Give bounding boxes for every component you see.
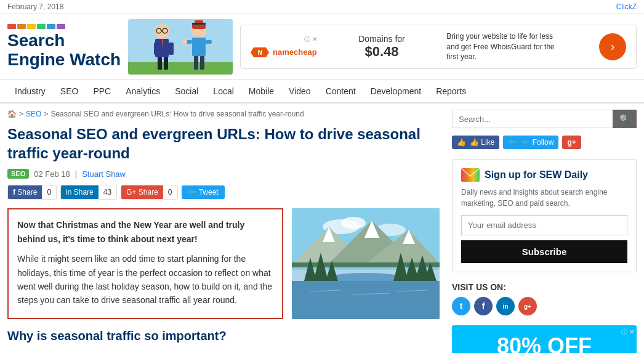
ad-cta-button[interactable]: › [599,33,626,60]
color-bar-item [27,24,36,29]
nav-item-analytics[interactable]: Analytics [118,80,167,102]
nav-item-seo[interactable]: SEO [53,80,86,102]
article-image-svg [292,208,440,319]
nav-item-ppc[interactable]: PPC [86,80,118,102]
gplus-follow-button[interactable]: g+ [562,136,581,149]
search-input[interactable] [452,110,613,128]
meta-separator: | [75,169,77,179]
color-bar-item [7,24,16,29]
visit-us: VISIT US ON: t f in g+ [452,282,637,315]
nav-item-mobile[interactable]: Mobile [241,80,281,102]
svg-point-27 [341,217,366,229]
clickz-link[interactable]: ClickZ [616,2,637,11]
linkedin-share-count: 43 [99,185,116,199]
ad-banner: ⓘ ✕ N namecheap Domains for $0.48 Bring … [240,25,637,69]
linkedin-share-button[interactable]: in Share 43 [60,185,117,200]
article-body-para: While it might seem like an odd time to … [17,252,273,307]
facebook-icon-button[interactable]: f [474,297,493,315]
header-illustration [128,19,233,75]
ad-description: Bring your website to life for less and … [446,31,557,62]
svg-rect-35 [292,262,440,267]
article-body: Now that Christmas and the New Year are … [7,208,440,319]
sidebar-ad-label: ⓘ ✕ [621,328,634,336]
svg-text:N: N [257,49,262,56]
nav-item-social[interactable]: Social [167,80,206,102]
nav-item-reports[interactable]: Reports [429,80,473,102]
gplus-share-label: G+ Share [121,185,163,199]
breadcrumb-current: Seasonal SEO and evergreen URLs: How to … [50,110,304,118]
color-bar-item [57,24,65,29]
newsletter-title: Sign up for SEW Daily [461,168,627,182]
subscribe-button[interactable]: Subscribe [461,240,627,263]
search-button[interactable]: 🔍 [613,110,637,128]
nav-item-video[interactable]: Video [281,80,318,102]
logo-area: Search Engine Watch [7,24,121,70]
tweet-label: Tweet [199,188,219,197]
svg-rect-20 [194,56,198,70]
color-bar [7,24,121,29]
article-body-bold: Now that Christmas and the New Year are … [17,218,273,246]
gplus-icon-button[interactable]: g+ [518,297,537,315]
svg-rect-4 [154,43,159,55]
nav-item-industry[interactable]: Industry [7,80,53,102]
tweet-button[interactable]: 🐦 Tweet [182,185,225,199]
breadcrumb: 🏠 > SEO > Seasonal SEO and evergreen URL… [7,110,440,118]
ad-price-line1: Domains for [358,34,405,44]
breadcrumb-sep1: > [19,110,23,118]
svg-rect-1 [128,62,233,75]
newsletter-description: Daily news and insights about search eng… [461,187,627,209]
main-nav: Industry SEO PPC Analytics Social Local … [0,80,644,103]
svg-rect-11 [164,57,168,70]
linkedin-share-label: in Share [61,185,99,199]
sidebar: 🔍 👍 👍 Like 🐦 🐦 Follow g+ [452,110,637,353]
facebook-share-button[interactable]: f Share 0 [7,185,57,200]
color-bar-item [37,24,46,29]
ad-price: Domains for $0.48 [358,34,405,60]
facebook-share-label: f Share [8,185,42,199]
twitter-follow-button[interactable]: 🐦 🐦 Follow [503,136,558,149]
gplus-share-count: 0 [163,185,177,199]
linkedin-icon-button[interactable]: in [496,297,515,315]
seo-badge[interactable]: SEO [7,169,29,179]
illustration-svg [128,19,233,75]
email-input[interactable] [461,215,627,235]
main-layout: 🏠 > SEO > Seasonal SEO and evergreen URL… [0,103,644,353]
sidebar-ad: ⓘ ✕ 80% OFF DEDICATED [452,325,637,353]
article-meta: SEO 02 Feb 18 | Stuart Shaw [7,169,440,179]
section-heading: Why is seasonal traffic so important? [7,329,440,343]
article-title: Seasonal SEO and evergreen URLs: How to … [7,124,440,163]
article-text-box: Now that Christmas and the New Year are … [7,208,283,319]
nav-item-content[interactable]: Content [318,80,363,102]
content-area: 🏠 > SEO > Seasonal SEO and evergreen URL… [7,110,452,353]
ad-info-top: ⓘ ✕ [304,35,317,44]
color-bar-item [47,24,55,29]
article-author[interactable]: Stuart Shaw [82,169,126,179]
envelope-icon [461,168,480,182]
ad-price-line2: $0.48 [358,44,405,60]
social-follow-bar: 👍 👍 Like 🐦 🐦 Follow g+ [452,136,637,149]
article-image [292,208,440,319]
header: Search Engine Watch [0,14,644,80]
top-bar: February 7, 2018 ClickZ [0,0,644,14]
logo-title: Search [7,31,121,51]
svg-rect-21 [200,56,204,70]
breadcrumb-home[interactable]: 🏠 [7,110,17,118]
ad-logo-text: namecheap [273,47,317,57]
svg-point-19 [182,39,187,44]
visit-us-label: VISIT US ON: [452,282,637,292]
breadcrumb-seo[interactable]: SEO [26,110,41,118]
logo-subtitle: Engine Watch [7,51,121,70]
gplus-share-button[interactable]: G+ Share 0 [121,185,177,200]
svg-rect-10 [158,57,162,70]
nav-item-development[interactable]: Development [363,80,429,102]
namecheap-logo-icon: N [251,46,269,59]
breadcrumb-sep2: > [44,110,48,118]
article-date: 02 Feb 18 [34,169,70,179]
facebook-like-button[interactable]: 👍 👍 Like [452,136,499,149]
svg-rect-18 [206,40,212,44]
svg-rect-16 [192,38,206,56]
facebook-share-count: 0 [42,185,56,199]
sidebar-ad-discount: 80% OFF [462,335,627,353]
twitter-icon-button[interactable]: t [452,297,470,315]
nav-item-local[interactable]: Local [206,80,241,102]
